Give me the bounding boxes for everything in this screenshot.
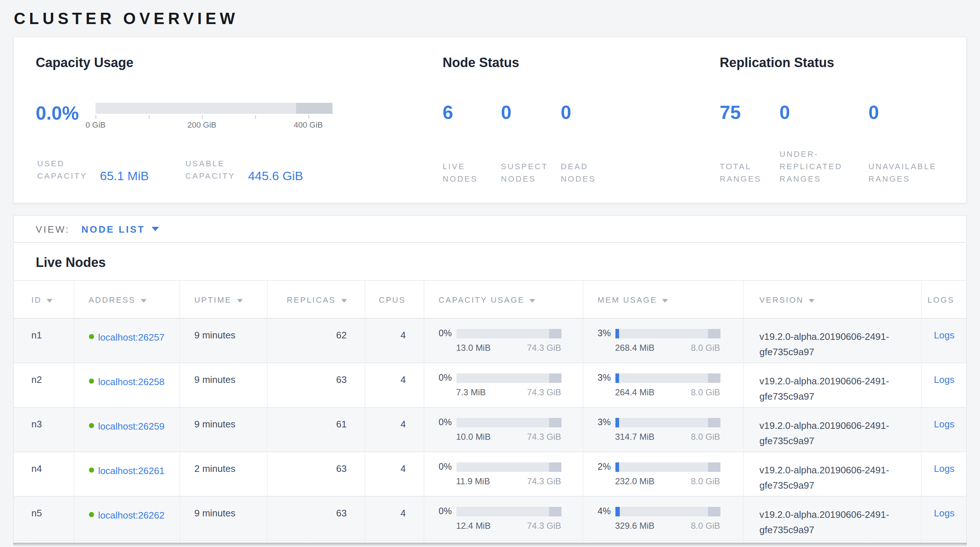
node-live-dot-icon: [89, 378, 94, 384]
axis-tick-label: 0 GiB: [85, 120, 105, 129]
node-status-heading: Node Status: [442, 56, 720, 71]
axis-tick: [149, 115, 150, 119]
capacity-usage-bar: [456, 329, 561, 338]
memory-usage-bar: [615, 507, 720, 516]
usable-capacity-stat: USABLE CAPACITY 445.6 GiB: [185, 157, 303, 182]
node-live-dot-icon: [89, 467, 94, 472]
capacity-bar-other-data: [296, 103, 332, 114]
node-id-cell: n5: [14, 496, 74, 541]
capacity-percent-value: 0%: [439, 462, 456, 472]
axis-tick: [95, 115, 96, 119]
cluster-summary-card: Capacity Usage 0.0% 0 GiB 200 GiB 400 Gi…: [13, 37, 967, 204]
memory-percent-value: 3%: [598, 417, 615, 428]
memory-percent-value: 2%: [598, 462, 615, 472]
memory-usage-bar: [615, 462, 720, 472]
column-header-version[interactable]: VERSION: [743, 280, 921, 318]
under-replicated-ranges-stat: 0 UNDER-REPLICATED RANGES: [780, 103, 869, 185]
node-memory-cell: 3% 268.4 MiB 8.0 GiB: [582, 318, 743, 363]
memory-total-value: 8.0 GiB: [691, 521, 720, 531]
view-label: VIEW:: [36, 224, 70, 234]
column-header-id[interactable]: ID: [14, 280, 74, 318]
column-header-mem-usage[interactable]: MEM USAGE: [582, 280, 743, 318]
node-logs-cell: Logs: [921, 407, 966, 452]
capacity-gauge: 0.0% 0 GiB 200 GiB 400 GiB: [36, 103, 442, 138]
usable-capacity-label: USABLE CAPACITY: [185, 157, 242, 182]
memory-bar-fill: [615, 329, 619, 338]
memory-usage-bar: [615, 373, 720, 383]
capacity-usage-bar: [456, 462, 561, 472]
unavailable-count: 0: [869, 103, 944, 122]
column-header-cpus: CPUS: [364, 280, 424, 318]
capacity-bar-other-data: [549, 329, 561, 338]
node-memory-cell: 3% 314.7 MiB 8.0 GiB: [582, 407, 743, 452]
capacity-total-value: 74.3 GiB: [527, 521, 561, 531]
live-nodes-label: LIVE NODES: [442, 161, 500, 185]
capacity-used-value: 7.3 MiB: [456, 387, 485, 398]
memory-total-value: 8.0 GiB: [691, 387, 720, 398]
node-logs-cell: Logs: [921, 496, 966, 541]
node-address-link[interactable]: localhost:26259: [98, 419, 170, 434]
table-header-row: ID ADDRESS UPTIME REPLICAS CPUS CAPACITY…: [14, 280, 966, 318]
memory-percent-value: 3%: [598, 373, 615, 383]
node-logs-link[interactable]: Logs: [934, 330, 955, 340]
node-memory-cell: 2% 232.0 MiB 8.0 GiB: [582, 452, 743, 496]
page-title: CLUSTER OVERVIEW: [0, 0, 980, 29]
node-version-cell: v19.2.0-alpha.20190606-2491-gfe735c9a97: [743, 496, 921, 541]
memory-bar-other-data: [708, 329, 720, 338]
column-header-capacity-usage[interactable]: CAPACITY USAGE: [424, 280, 582, 318]
node-capacity-cell: 0% 7.3 MiB 74.3 GiB: [424, 363, 582, 407]
column-header-uptime[interactable]: UPTIME: [180, 280, 267, 318]
capacity-used-value: 13.0 MiB: [456, 343, 491, 353]
memory-percent-value: 3%: [598, 328, 615, 339]
node-uptime-cell: 9 minutes: [180, 363, 267, 407]
node-id-cell: n1: [14, 318, 74, 363]
dead-nodes-stat: 0 DEAD NODES: [561, 103, 617, 185]
total-ranges-count: 75: [720, 103, 780, 122]
total-ranges-label: TOTAL RANGES: [720, 161, 776, 185]
capacity-total-value: 74.3 GiB: [527, 432, 561, 442]
node-replicas-cell: 63: [267, 452, 364, 496]
node-logs-link[interactable]: Logs: [934, 374, 955, 385]
node-version-cell: v19.2.0-alpha.20190606-2491-gfe735c9a97: [743, 363, 921, 407]
node-address-link[interactable]: localhost:26258: [98, 374, 170, 390]
capacity-bar-other-data: [549, 507, 561, 516]
usable-capacity-value: 445.6 GiB: [248, 169, 303, 184]
capacity-percent-value: 0%: [439, 506, 456, 516]
unavailable-ranges-stat: 0 UNAVAILABLE RANGES: [869, 103, 944, 185]
live-nodes-table: ID ADDRESS UPTIME REPLICAS CPUS CAPACITY…: [14, 280, 966, 542]
node-cpus-cell: 4: [364, 496, 424, 541]
memory-total-value: 8.0 GiB: [691, 432, 720, 442]
memory-usage-bar: [615, 418, 720, 427]
node-logs-link[interactable]: Logs: [934, 419, 955, 429]
node-status-section: Node Status 6 LIVE NODES 0 SUSPECT NODES…: [442, 56, 720, 203]
table-row: n3 localhost:26259 9 minutes 61 4 0% 10.: [14, 407, 966, 452]
capacity-total-value: 74.3 GiB: [527, 343, 561, 353]
capacity-used-value: 10.0 MiB: [456, 432, 491, 442]
total-ranges-stat: 75 TOTAL RANGES: [720, 103, 780, 185]
node-status-stats: 6 LIVE NODES 0 SUSPECT NODES 0 DEAD NODE…: [442, 103, 720, 185]
node-logs-link[interactable]: Logs: [934, 463, 955, 474]
column-header-replicas[interactable]: REPLICAS: [267, 280, 364, 318]
node-replicas-cell: 63: [267, 496, 364, 541]
capacity-total-value: 74.3 GiB: [527, 476, 561, 487]
capacity-used-value: 11.9 MiB: [456, 476, 490, 487]
dead-nodes-count: 0: [561, 103, 617, 122]
memory-used-value: 264.4 MiB: [615, 387, 654, 398]
memory-usage-bar: [615, 329, 720, 338]
column-header-logs: LOGS: [921, 280, 966, 318]
memory-total-value: 8.0 GiB: [691, 476, 720, 487]
table-row: n1 localhost:26257 9 minutes 62 4 0% 13.: [14, 318, 966, 363]
node-list-card: VIEW: NODE LIST Live Nodes ID ADDRESS UP…: [13, 215, 967, 542]
node-logs-link[interactable]: Logs: [934, 507, 955, 518]
live-nodes-stat: 6 LIVE NODES: [442, 103, 501, 185]
sort-arrow-icon: [662, 299, 668, 302]
column-header-address[interactable]: ADDRESS: [74, 280, 180, 318]
axis-tick: [202, 115, 203, 119]
node-address-link[interactable]: localhost:26257: [98, 330, 170, 345]
view-mode-dropdown[interactable]: NODE LIST: [81, 224, 159, 234]
memory-used-value: 268.4 MiB: [615, 343, 654, 353]
node-address-link[interactable]: localhost:26262: [98, 507, 170, 523]
node-id-cell: n2: [14, 363, 74, 407]
node-address-cell: localhost:26262: [74, 496, 180, 541]
node-address-link[interactable]: localhost:26261: [98, 463, 170, 479]
